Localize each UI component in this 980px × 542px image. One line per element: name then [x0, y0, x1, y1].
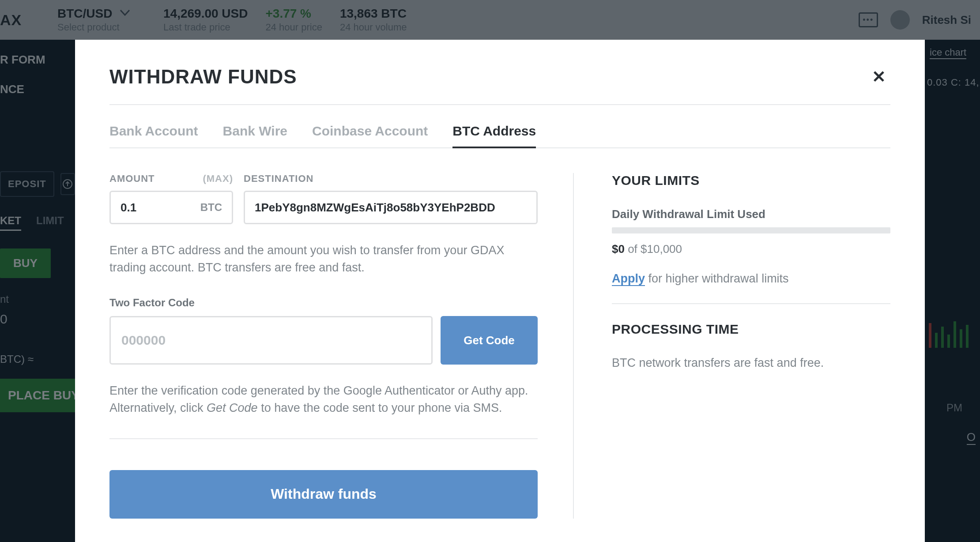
- get-code-button[interactable]: Get Code: [441, 316, 538, 365]
- destination-input[interactable]: [255, 201, 527, 215]
- withdraw-modal: WITHDRAW FUNDS ✕ Bank Account Bank Wire …: [75, 40, 925, 542]
- help-text-2b: to have the code sent to your phone via …: [258, 401, 502, 414]
- your-limits-title: YOUR LIMITS: [612, 173, 890, 188]
- withdraw-funds-button[interactable]: Withdraw funds: [109, 470, 538, 519]
- tfa-input[interactable]: [121, 333, 421, 348]
- limit-of: of $10,000: [625, 242, 682, 256]
- help-text-1: Enter a BTC address and the amount you w…: [109, 242, 538, 276]
- amount-input[interactable]: [121, 201, 194, 215]
- processing-time-text: BTC network transfers are fast and free.: [612, 356, 890, 370]
- modal-title: WITHDRAW FUNDS: [109, 66, 297, 88]
- divider: [109, 438, 538, 439]
- amount-input-wrap[interactable]: BTC: [109, 191, 233, 224]
- daily-limit-label: Daily Withdrawal Limit Used: [612, 207, 890, 221]
- amount-field-label: AMOUNT: [109, 173, 155, 184]
- tab-bank-wire[interactable]: Bank Wire: [223, 124, 287, 147]
- tfa-input-wrap[interactable]: [109, 316, 433, 365]
- withdraw-tabs: Bank Account Bank Wire Coinbase Account …: [109, 124, 890, 148]
- divider: [612, 303, 890, 304]
- limit-values: $0 of $10,000: [612, 242, 890, 256]
- limit-progress-bar: [612, 227, 890, 233]
- apply-rest: for higher withdrawal limits: [645, 272, 789, 285]
- destination-field-label: DESTINATION: [244, 173, 538, 184]
- amount-unit: BTC: [200, 201, 222, 214]
- apply-link[interactable]: Apply: [612, 272, 645, 286]
- withdraw-form: AMOUNT (MAX) BTC DESTINATION Enter a BTC…: [109, 173, 573, 519]
- tfa-label: Two Factor Code: [109, 297, 538, 309]
- amount-max-link[interactable]: (MAX): [203, 173, 233, 184]
- withdraw-info: YOUR LIMITS Daily Withdrawal Limit Used …: [573, 173, 890, 519]
- limit-used: $0: [612, 242, 625, 256]
- help-text-2-ital: Get Code: [207, 401, 258, 414]
- help-text-2: Enter the verification code generated by…: [109, 382, 538, 417]
- apply-row: Apply for higher withdrawal limits: [612, 272, 890, 286]
- processing-time-title: PROCESSING TIME: [612, 322, 890, 337]
- tab-bank-account[interactable]: Bank Account: [109, 124, 198, 147]
- tab-coinbase-account[interactable]: Coinbase Account: [312, 124, 428, 147]
- close-icon[interactable]: ✕: [867, 64, 890, 89]
- destination-input-wrap[interactable]: [244, 191, 538, 224]
- tab-btc-address[interactable]: BTC Address: [452, 124, 536, 148]
- divider: [109, 104, 890, 105]
